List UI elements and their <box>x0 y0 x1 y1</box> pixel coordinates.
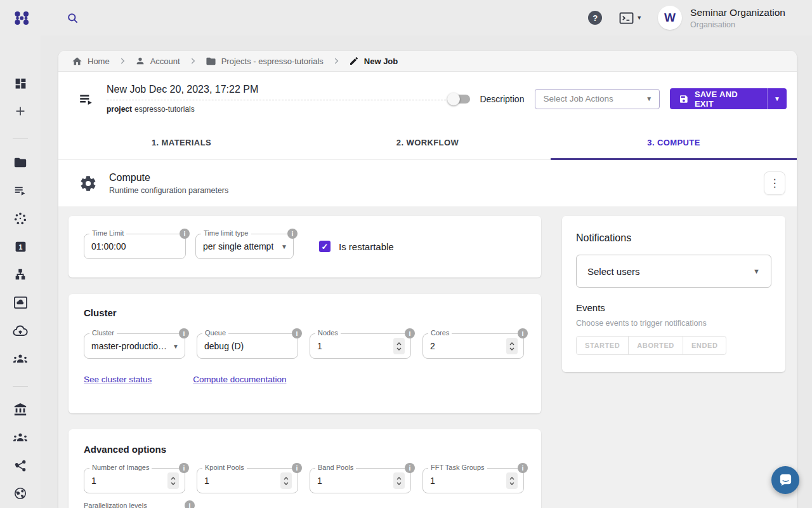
job-title-block: New Job Dec 20, 2023, 17:22 PM projectes… <box>107 84 449 114</box>
cluster-select[interactable]: Cluster master-productio… ▼ i <box>84 333 185 359</box>
time-limit-type-select[interactable]: Time limit type per single attempt ▼ i <box>195 234 294 259</box>
breadcrumb-new-job[interactable]: New Job <box>349 56 398 66</box>
number-stepper[interactable] <box>280 472 292 489</box>
cluster-status-link[interactable]: See cluster status <box>84 375 152 384</box>
job-title[interactable]: New Job Dec 20, 2023, 17:22 PM <box>107 84 449 100</box>
number-stepper[interactable] <box>506 472 518 489</box>
field-value: 1 <box>204 476 209 486</box>
search-icon[interactable] <box>67 12 79 24</box>
save-icon <box>679 94 689 104</box>
folder-icon <box>206 56 216 67</box>
is-restartable-label: Is restartable <box>339 241 394 252</box>
save-menu-button[interactable]: ▼ <box>768 88 787 109</box>
notifications-card: Notifications Select users ▼ Events Choo… <box>562 216 785 372</box>
kpoint-pools-field[interactable]: Kpoint Pools 1 i <box>197 468 298 493</box>
app-logo-icon[interactable] <box>12 9 31 27</box>
sidebar-item-members[interactable] <box>12 429 29 446</box>
org-block[interactable]: Seminar Organization Organisation <box>690 7 785 29</box>
breadcrumb: Home Account Projects - espresso-tutoria… <box>58 51 797 72</box>
event-buttons-group: STARTED ABORTED ENDED <box>576 336 726 355</box>
event-ended-button[interactable]: ENDED <box>683 336 727 355</box>
field-label: Number of Images <box>89 464 152 471</box>
sidebar-item-materials[interactable] <box>12 210 29 227</box>
sidebar-item-cloud-upload[interactable] <box>12 323 29 339</box>
tab-label: 2. WORKFLOW <box>396 138 459 147</box>
number-of-images-field[interactable]: Number of Images 1 i <box>84 468 185 493</box>
topbar-right: ? ▼ W Seminar Organization Organisation <box>588 6 785 30</box>
number-stepper[interactable] <box>393 338 405 354</box>
field-value: per single attempt <box>203 241 273 251</box>
queue-field[interactable]: Queue debug (D) i <box>197 333 298 359</box>
tab-workflow[interactable]: 2. WORKFLOW <box>304 126 551 159</box>
job-icon <box>77 91 95 107</box>
breadcrumb-account[interactable]: Account <box>135 56 180 66</box>
events-title: Events <box>576 302 771 313</box>
description-toggle[interactable] <box>449 95 470 104</box>
field-value: 1 <box>430 476 435 486</box>
info-icon[interactable]: i <box>405 328 415 338</box>
breadcrumb-project[interactable]: Projects - espresso-tutorials <box>206 56 324 67</box>
select-users-placeholder: Select users <box>587 266 640 277</box>
info-icon[interactable]: i <box>180 229 190 239</box>
compute-documentation-link[interactable]: Compute documentation <box>193 375 286 384</box>
band-pools-field[interactable]: Band Pools 1 i <box>310 468 411 493</box>
help-button[interactable]: ? <box>588 11 602 25</box>
avatar[interactable]: W <box>658 6 682 30</box>
sidebar-item-jobs[interactable] <box>12 182 29 199</box>
sidebar-item-institution[interactable] <box>12 401 29 418</box>
event-aborted-button[interactable]: ABORTED <box>628 336 683 355</box>
field-label: Time Limit <box>89 229 126 237</box>
field-label: Nodes <box>315 329 341 337</box>
sidebar-item-globe[interactable] <box>12 485 29 502</box>
info-icon[interactable]: i <box>292 463 302 473</box>
job-actions-select[interactable]: Select Job Actions ▼ <box>535 89 660 109</box>
org-name: Seminar Organization <box>690 7 785 18</box>
job-project: projectespresso-tutorials <box>107 105 449 114</box>
sidebar-item-organization-tree[interactable] <box>12 266 29 283</box>
gear-icon <box>79 175 97 192</box>
event-started-button[interactable]: STARTED <box>576 336 629 355</box>
is-restartable-checkbox[interactable]: ✓ <box>319 241 331 252</box>
info-icon[interactable]: i <box>179 328 189 338</box>
time-limit-field[interactable]: Time Limit 01:00:00 i <box>84 234 186 259</box>
select-users-dropdown[interactable]: Select users ▼ <box>576 255 771 288</box>
svg-text:1: 1 <box>18 243 22 250</box>
info-icon[interactable]: i <box>287 229 298 239</box>
sidebar-item-media-bank[interactable] <box>12 294 29 311</box>
info-icon[interactable]: i <box>518 463 528 473</box>
sidebar-item-workflows[interactable]: 1 <box>12 238 29 255</box>
field-label: Kpoint Pools <box>202 464 247 471</box>
info-icon[interactable]: i <box>292 328 302 338</box>
chat-button[interactable] <box>771 466 799 494</box>
number-stepper[interactable] <box>393 472 405 489</box>
field-label: Parallelization levels <box>84 502 147 508</box>
chevron-down-icon: ▼ <box>646 95 652 102</box>
sidebar-item-dashboard[interactable] <box>12 75 29 91</box>
save-and-exit-button[interactable]: SAVE AND EXIT <box>670 88 766 109</box>
job-header-actions: Description Select Job Actions ▼ SAVE AN… <box>449 88 787 109</box>
toggle-thumb <box>447 93 460 105</box>
number-stepper[interactable] <box>506 338 518 354</box>
cores-field[interactable]: Cores 2 i <box>422 333 524 359</box>
info-icon[interactable]: i <box>179 463 189 473</box>
tab-materials[interactable]: 1. MATERIALS <box>58 126 304 159</box>
console-button[interactable]: ▼ <box>619 12 642 24</box>
save-split-button: SAVE AND EXIT ▼ <box>670 88 787 109</box>
compute-form-area: Time Limit 01:00:00 i Time limit type pe… <box>58 206 797 508</box>
main-panel: Home Account Projects - espresso-tutoria… <box>58 51 797 508</box>
info-icon[interactable]: i <box>518 328 528 338</box>
parallelization-levels-field[interactable]: Parallelization levels i <box>84 500 195 508</box>
number-stepper[interactable] <box>167 472 179 489</box>
fft-task-groups-field[interactable]: FFT Task Groups 1 i <box>422 468 524 493</box>
info-icon[interactable]: i <box>405 463 415 473</box>
sidebar-item-projects[interactable] <box>12 154 29 171</box>
sidebar-item-share[interactable] <box>12 457 29 474</box>
breadcrumb-home[interactable]: Home <box>72 56 110 67</box>
info-icon[interactable]: i <box>185 500 195 508</box>
section-menu-button[interactable]: ⋮ <box>764 171 785 195</box>
sidebar-item-add-new[interactable] <box>12 103 29 119</box>
tab-label: 1. MATERIALS <box>152 138 211 147</box>
nodes-field[interactable]: Nodes 1 i <box>310 333 411 359</box>
sidebar-item-team[interactable] <box>12 351 29 367</box>
tab-compute[interactable]: 3. COMPUTE <box>551 126 797 159</box>
